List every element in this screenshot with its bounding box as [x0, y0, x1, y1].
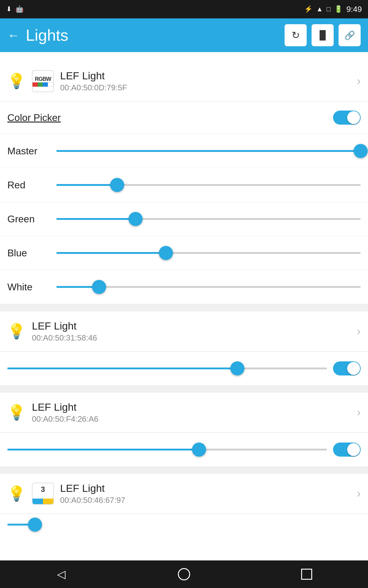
status-time: 9:49 — [346, 5, 362, 14]
rgbw-label: RGBW — [35, 76, 51, 82]
brightness-row-2 — [0, 352, 368, 385]
white-thumb[interactable] — [92, 280, 106, 294]
bulb-icon-3: 💡 — [7, 404, 26, 421]
toggle-knob-2 — [347, 362, 360, 375]
color-picker-label: Color Picker — [7, 112, 333, 123]
blue-label: Blue — [7, 247, 56, 259]
download-icon: ⬇ — [6, 5, 12, 13]
link-button[interactable]: 🔗 — [339, 24, 361, 46]
rgbw-color-bar — [33, 82, 53, 87]
device-info-2: LEF Light 00:A0:50:31:58:46 — [32, 320, 357, 343]
partial-slider-row — [0, 514, 368, 535]
green-slider[interactable] — [56, 211, 361, 227]
brightness-track-3 — [7, 449, 327, 450]
number-badge-bar — [33, 499, 53, 504]
nav-back-button[interactable]: ◁ — [49, 562, 74, 586]
device-header-2[interactable]: 💡 LEF Light 00:A0:50:31:58:46 › — [0, 311, 368, 351]
brightness-thumb-3[interactable] — [192, 443, 206, 457]
device-mac-3: 00:A0:50:F4:26:A6 — [32, 414, 357, 424]
nav-back-icon: ◁ — [57, 568, 66, 581]
device-toggle-2[interactable] — [333, 361, 361, 375]
toggle-knob-3 — [347, 443, 360, 456]
device-card-2: 💡 LEF Light 00:A0:50:31:58:46 › — [0, 311, 368, 385]
blue-slider-row: Blue — [0, 236, 368, 270]
green-track — [56, 218, 361, 220]
master-fill — [56, 150, 361, 152]
partial-track-fill — [7, 524, 35, 526]
chart-icon: ▐▌ — [316, 30, 329, 40]
chevron-right-1: › — [357, 75, 361, 88]
device-info-4: LEF Light 00:A0:50:46:67:97 — [60, 482, 357, 505]
section-divider-1 — [0, 304, 368, 311]
link-icon: 🔗 — [344, 30, 355, 40]
blue-fill — [56, 252, 166, 254]
brightness-track-2 — [7, 368, 327, 369]
master-slider-row: Master — [0, 134, 368, 168]
device-header-3[interactable]: 💡 LEF Light 00:A0:50:F4:26:A6 › — [0, 393, 368, 432]
brightness-slider-3[interactable] — [7, 442, 327, 457]
chevron-right-3: › — [357, 406, 361, 419]
toggle-knob — [347, 111, 360, 124]
refresh-icon: ↻ — [292, 29, 300, 41]
partial-thumb[interactable] — [28, 518, 42, 532]
master-track — [56, 150, 361, 152]
status-bar-left: ⬇ 🤖 — [6, 5, 24, 13]
section-divider-3 — [0, 466, 368, 474]
nav-recent-button[interactable] — [294, 562, 319, 586]
master-label: Master — [7, 145, 56, 157]
app-bar-actions: ↻ ▐▌ 🔗 — [285, 24, 361, 46]
page-title: Lights — [26, 26, 278, 44]
white-slider-row: White — [0, 270, 368, 304]
refresh-button[interactable]: ↻ — [285, 24, 307, 46]
brightness-slider-2[interactable] — [7, 361, 327, 376]
chart-button[interactable]: ▐▌ — [312, 24, 334, 46]
red-slider[interactable] — [56, 177, 361, 193]
partial-slider-thumb[interactable] — [7, 517, 44, 532]
red-slider-row: Red — [0, 168, 368, 202]
bulb-icon-1: 💡 — [7, 73, 26, 90]
red-label: Red — [7, 179, 56, 191]
device-mac-4: 00:A0:50:46:67:97 — [60, 496, 357, 505]
green-label: Green — [7, 213, 56, 225]
blue-slider[interactable] — [56, 245, 361, 261]
bulb-icon-4: 💡 — [7, 485, 26, 502]
green-slider-row: Green — [0, 202, 368, 236]
bottom-nav: ◁ — [0, 560, 368, 588]
white-track — [56, 286, 361, 288]
green-thumb[interactable] — [128, 212, 143, 226]
app-bar: ← Lights ↻ ▐▌ 🔗 — [0, 18, 368, 52]
device-toggle-3[interactable] — [333, 443, 361, 457]
brightness-thumb-2[interactable] — [230, 361, 244, 375]
back-button[interactable]: ← — [7, 28, 20, 42]
device-name-3: LEF Light — [32, 401, 357, 413]
brightness-fill-2 — [7, 368, 237, 369]
red-thumb[interactable] — [110, 178, 124, 192]
device-info-3: LEF Light 00:A0:50:F4:26:A6 — [32, 401, 357, 424]
master-slider[interactable] — [56, 143, 361, 159]
top-spacer — [0, 52, 368, 61]
white-label: White — [7, 281, 56, 293]
bluetooth-icon: ⚡ — [304, 5, 312, 13]
device-card-3: 💡 LEF Light 00:A0:50:F4:26:A6 › — [0, 393, 368, 466]
blue-thumb[interactable] — [159, 246, 173, 260]
device-header-1[interactable]: 💡 RGBW LEF Light 00:A0:50:0D:79:5F › — [0, 61, 368, 101]
nav-home-icon — [178, 568, 190, 580]
device-mac-2: 00:A0:50:31:58:46 — [32, 333, 357, 343]
nav-home-button[interactable] — [172, 562, 196, 586]
signal-icon: □ — [327, 5, 331, 13]
color-picker-row: Color Picker — [0, 101, 368, 134]
bulb-icon-2: 💡 — [7, 323, 26, 340]
section-divider-2 — [0, 385, 368, 393]
device-name-2: LEF Light — [32, 320, 357, 332]
chevron-right-4: › — [357, 487, 361, 500]
chevron-right-2: › — [357, 325, 361, 338]
android-icon: 🤖 — [15, 5, 24, 13]
white-slider[interactable] — [56, 279, 361, 295]
wifi-icon: ▲ — [316, 5, 323, 13]
master-thumb[interactable] — [354, 144, 368, 158]
status-bar-right: ⚡ ▲ □ 🔋 9:49 — [304, 5, 362, 14]
red-fill — [56, 184, 117, 186]
device-header-4[interactable]: 💡 3 LEF Light 00:A0:50:46:67:97 › — [0, 474, 368, 514]
color-picker-toggle[interactable] — [333, 111, 361, 125]
number-badge-num: 3 — [41, 483, 45, 494]
